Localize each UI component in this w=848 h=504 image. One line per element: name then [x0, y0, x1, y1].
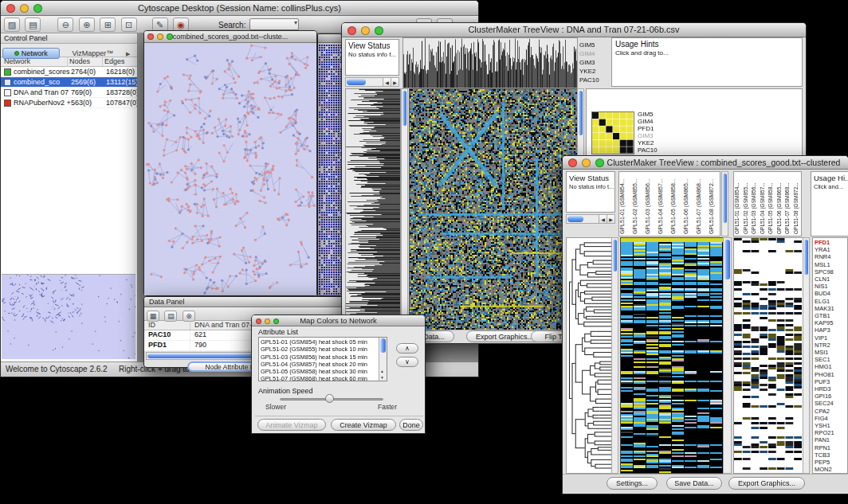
- gene-label[interactable]: PEP5: [815, 459, 847, 466]
- attribute-list-vscrollbar[interactable]: ▲ ▼: [379, 338, 387, 381]
- save-session-icon[interactable]: ▤: [25, 18, 41, 32]
- gene-label[interactable]: PAC10: [638, 147, 658, 154]
- column-header-label[interactable]: GPL51-02 (GSM855...: [632, 172, 645, 236]
- scroll-thumb[interactable]: [347, 79, 366, 85]
- scroll-left-icon[interactable]: ◀: [383, 78, 391, 87]
- gene-label[interactable]: VIP1: [815, 334, 847, 342]
- close-icon[interactable]: [6, 4, 15, 13]
- scroll-left-icon[interactable]: ◀: [599, 215, 607, 224]
- attribute-item[interactable]: GPL51-02 (GSM855) heat shock 10 min: [261, 346, 387, 353]
- gene-label[interactable]: GTB1: [815, 312, 847, 319]
- scroll-up-icon[interactable]: ▲: [380, 369, 384, 373]
- column-header-label[interactable]: GPL51-03 (GSM856...: [751, 172, 760, 236]
- treeview2-genes-vscrollbar[interactable]: [803, 237, 810, 474]
- attribute-item[interactable]: GPL51-05 (GSM858) heat shock 30 min: [261, 368, 387, 375]
- zoom-window-icon[interactable]: [33, 4, 42, 13]
- gene-label[interactable]: GIM3: [579, 58, 610, 67]
- gene-label[interactable]: NTR2: [815, 342, 847, 349]
- settings-button[interactable]: Settings...: [607, 477, 658, 490]
- close-icon[interactable]: [568, 158, 577, 167]
- minimize-icon[interactable]: [20, 4, 29, 13]
- minimize-icon[interactable]: [582, 158, 591, 167]
- gene-label[interactable]: PFD1: [815, 239, 847, 246]
- gene-label[interactable]: PUF3: [815, 378, 847, 385]
- zoom-in-icon[interactable]: ⊕: [79, 18, 95, 32]
- gene-label[interactable]: PAN1: [815, 436, 847, 443]
- create-vizmap-button[interactable]: Create Vizmap: [331, 419, 396, 431]
- gene-label[interactable]: FIG4: [815, 415, 847, 422]
- scroll-thumb[interactable]: [724, 240, 730, 279]
- scroll-thumb[interactable]: [613, 240, 617, 272]
- attribute-item[interactable]: GPL51-07 (GSM868) heat shock 60 min: [261, 375, 387, 381]
- gene-label[interactable]: SEC24: [815, 400, 847, 407]
- minimize-icon[interactable]: [157, 33, 163, 40]
- treeview2-status-hscrollbar[interactable]: ◀ ▶: [566, 214, 615, 224]
- column-header-label[interactable]: GPL51-04 (GSM857...: [658, 172, 670, 236]
- gene-label[interactable]: CPA2: [815, 408, 847, 415]
- gene-label[interactable]: MSL1: [815, 261, 847, 268]
- gene-label[interactable]: GIM5: [638, 111, 658, 118]
- column-header-label[interactable]: GPL51-04 (GSM857...: [760, 172, 768, 236]
- gene-label[interactable]: SPC98: [815, 268, 847, 275]
- attribute-item[interactable]: GPL51-03 (GSM856) heat shock 15 min: [261, 354, 387, 361]
- network-row[interactable]: combined_sco 2569(6) 13112(15): [1, 77, 137, 88]
- attribute-item[interactable]: GPL51-01 (GSM854) heat shock 05 min: [261, 338, 387, 346]
- gene-label[interactable]: YRA1: [815, 246, 847, 253]
- move-up-button[interactable]: ∧: [396, 343, 418, 354]
- network-row[interactable]: DNA and Tran 07 769(0) 183728(0): [1, 88, 137, 98]
- gene-label[interactable]: TCB3: [815, 451, 847, 459]
- minimize-icon[interactable]: [265, 318, 270, 324]
- treeview2-tree-vscrollbar[interactable]: [611, 237, 618, 474]
- search-dropdown-icon[interactable]: ▾: [294, 19, 297, 26]
- col-edges[interactable]: Edges: [103, 57, 137, 66]
- gene-label[interactable]: YKE2: [638, 139, 658, 147]
- attribute-table-icon[interactable]: ▦: [147, 311, 159, 322]
- slider-thumb[interactable]: [325, 394, 334, 403]
- gene-label[interactable]: GPI16: [815, 393, 847, 400]
- select-attributes-icon[interactable]: ▤: [164, 311, 177, 322]
- gene-label[interactable]: GIM5: [579, 41, 610, 49]
- search-input[interactable]: ▾: [249, 18, 299, 30]
- treeview1-titlebar[interactable]: ClusterMaker TreeView : DNA and Tran 07-…: [342, 23, 806, 37]
- correlation-matrix[interactable]: [591, 111, 634, 154]
- gene-label[interactable]: GIM3: [638, 132, 658, 139]
- col-nodes[interactable]: Nodes: [68, 57, 103, 66]
- network-view-2-canvas[interactable]: [318, 43, 341, 295]
- minimize-icon[interactable]: [361, 26, 370, 35]
- zoom-window-icon[interactable]: [167, 33, 173, 40]
- attribute-item[interactable]: GPL51-04 (GSM857) heat shock 20 min: [261, 361, 387, 368]
- column-header-label[interactable]: GPL51-08 (GSM872...: [709, 172, 721, 236]
- zoom-out-icon[interactable]: ⊖: [57, 18, 73, 32]
- gene-label[interactable]: RPO21: [815, 429, 847, 436]
- map-dialog-titlebar[interactable]: Map Colors to Network: [252, 315, 425, 326]
- column-header-label[interactable]: GPL51-05 (GSM858...: [768, 172, 776, 236]
- column-header-label[interactable]: GPL51-06 (GSM865...: [776, 172, 785, 236]
- scroll-right-icon[interactable]: ▶: [607, 215, 614, 224]
- gene-label[interactable]: PHO81: [815, 371, 847, 378]
- open-session-icon[interactable]: ▨: [4, 18, 20, 32]
- gene-label[interactable]: HAP3: [815, 326, 847, 334]
- scroll-right-icon[interactable]: ▶: [391, 78, 398, 87]
- zoom-selected-icon[interactable]: ⊞: [100, 18, 116, 32]
- gene-label[interactable]: YSH1: [815, 422, 847, 429]
- move-down-button[interactable]: ∨: [396, 357, 418, 367]
- scroll-thumb[interactable]: [402, 91, 406, 126]
- network-view-titlebar[interactable]: combined_scores_good.txt--cluste...: [144, 31, 316, 43]
- close-icon[interactable]: [147, 33, 154, 40]
- column-header-label[interactable]: GPL51-02 (GSM855...: [743, 172, 752, 236]
- close-icon[interactable]: [256, 318, 261, 324]
- gene-label[interactable]: HRD3: [815, 385, 847, 393]
- column-header-label[interactable]: GPL51-07 (GSM868...: [784, 172, 793, 236]
- gene-label[interactable]: MSI1: [815, 349, 847, 356]
- treeview2-row-dendrogram[interactable]: [566, 237, 612, 474]
- network-row[interactable]: combined_scores 2764(0) 16218(0): [1, 67, 137, 77]
- gene-label[interactable]: RPN1: [815, 444, 847, 451]
- done-button[interactable]: Done: [399, 419, 423, 431]
- gene-label[interactable]: HMG1: [815, 363, 847, 370]
- gene-label[interactable]: PAC10: [579, 76, 610, 84]
- scroll-thumb[interactable]: [567, 216, 583, 222]
- column-header-label[interactable]: GPL51-03 (GSM856...: [645, 172, 658, 236]
- gene-label[interactable]: CLN1: [815, 275, 847, 283]
- data-col-id[interactable]: ID: [144, 321, 190, 330]
- close-icon[interactable]: [347, 26, 356, 35]
